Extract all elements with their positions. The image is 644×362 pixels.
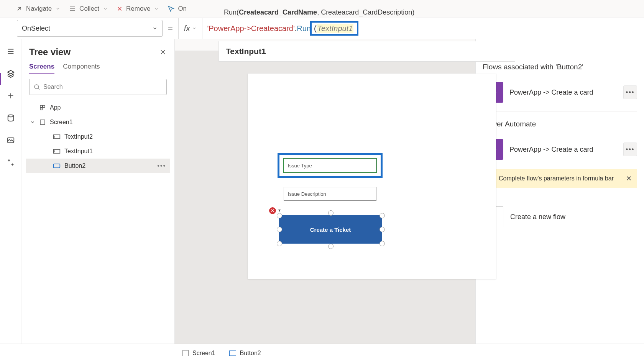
button-icon [53,163,61,169]
warning-close[interactable]: ✕ [626,174,632,183]
canvas-textinput1[interactable]: Issue Type [284,159,376,172]
action-truncated[interactable]: On [167,5,187,13]
selection-handle[interactable] [328,210,334,216]
property-name: OnSelect [22,25,50,33]
fx-button[interactable]: fx [178,18,203,39]
tree-item-more[interactable]: ••• [157,162,166,169]
svg-rect-6 [40,120,45,124]
warning-banner: Complete flow's parameters in formula ba… [483,169,637,188]
insert-button[interactable] [5,90,16,101]
selection-handle[interactable] [277,213,282,218]
rail-active-indicator [0,73,1,85]
textinput2-placeholder: Issue Description [288,191,326,197]
create-new-flow[interactable]: + Create a new flow [483,206,637,227]
data-button[interactable] [5,113,16,123]
error-chevron[interactable]: ▾ [278,208,281,213]
flows-heading: Flows associated with 'Button2' [483,63,637,71]
intellisense-param-active: Createacard_CardName [239,8,317,16]
cursor-icon [167,5,175,13]
formula-token-call: Run [297,24,311,33]
selection-handle[interactable] [380,227,385,232]
list-icon [69,5,76,13]
error-badge[interactable]: ✕ [269,207,276,214]
layers-icon [7,69,15,78]
intellisense-tooltip: Run(Createacard_CardName, Createacard_Ca… [222,7,416,18]
plus-icon [7,92,15,100]
breadcrumb-label: Screen1 [192,350,215,357]
chevron-down-icon [56,7,60,11]
media-button[interactable] [5,135,16,146]
screen-icon [182,350,189,356]
tools-button[interactable] [5,157,16,168]
canvas-area[interactable]: Issue Type Issue Description Create a Ti… [175,51,475,344]
divider [483,111,637,111]
button-icon [229,351,236,356]
flow-name: PowerApp -> Create a card [509,146,593,154]
collect-menu[interactable]: Collect [69,5,108,13]
svg-rect-4 [43,105,45,107]
selection-handle[interactable] [328,244,334,249]
tab-components[interactable]: Components [63,63,100,74]
svg-point-0 [8,115,13,117]
selection-handle[interactable] [277,241,282,246]
automate-heading: Power Automate [483,120,637,128]
canvas-textinput2[interactable]: Issue Description [284,187,376,201]
remove-menu[interactable]: Remove [116,5,159,13]
intellisense-prefix: Run( [224,8,239,16]
selection-handle[interactable] [380,241,385,246]
autocomplete-suggestion[interactable]: TextInput1 [219,41,515,62]
navigate-menu[interactable]: Navigate [15,5,60,13]
formula-input[interactable]: 'PowerApp->Createacard'.Run(TextInput1 [202,18,644,39]
canvas-screen[interactable]: Issue Type Issue Description Create a Ti… [248,74,496,279]
svg-rect-3 [40,105,42,107]
text-caret [354,23,354,33]
flow-more-button[interactable]: ••• [623,85,637,99]
remove-label: Remove [126,5,150,13]
tree-item-textinput1[interactable]: TextInput1 [26,144,170,159]
tree-list: App Screen1 TextInput2 TextInput1 Button… [26,100,170,173]
breadcrumb-screen1[interactable]: Screen1 [182,350,215,357]
tools-icon [7,158,15,167]
associated-flow-item[interactable]: PowerApp -> Create a card ••• [483,78,637,106]
canvas-button2[interactable]: Create a Ticket [279,215,382,244]
close-icon [116,5,123,12]
button2-label: Create a Ticket [310,226,351,233]
formula-token-arg: TextInput1 [317,24,354,33]
textinput-icon [53,134,61,139]
navigate-icon [15,5,23,13]
tree-item-label: TextInput1 [64,148,93,155]
tree-view-title: Tree view [29,47,71,57]
tree-item-screen1[interactable]: Screen1 [26,115,170,129]
tree-item-app[interactable]: App [26,100,170,115]
hamburger-icon [7,47,15,56]
media-icon [7,136,15,144]
breadcrumb-label: Button2 [240,350,261,357]
create-new-flow-label: Create a new flow [510,213,565,221]
chevron-down-icon [103,7,108,11]
tree-view-panel: Tree view Screens Components App Screen1… [21,39,175,344]
breadcrumb-bar: Screen1 Button2 [0,344,644,362]
property-selector[interactable]: OnSelect [17,20,163,37]
database-icon [7,114,15,122]
tree-item-button2[interactable]: Button2 ••• [26,159,170,173]
tab-screens[interactable]: Screens [29,63,54,74]
flow-more-button[interactable]: ••• [623,143,637,156]
svg-point-2 [34,85,39,89]
right-data-panel: Flows associated with 'Button2' PowerApp… [475,39,644,344]
fx-label: fx [184,24,190,33]
breadcrumb-button2[interactable]: Button2 [229,350,261,357]
textinput-icon [53,149,61,154]
available-flow-item[interactable]: PowerApp -> Create a card ••• [483,135,637,164]
hamburger-button[interactable] [5,46,16,57]
tree-search[interactable] [29,79,167,95]
tree-search-input[interactable] [43,84,163,90]
chevron-down-icon [154,7,159,11]
tree-view-button[interactable] [5,68,16,79]
selection-handle[interactable] [380,213,385,218]
tree-item-textinput2[interactable]: TextInput2 [26,129,170,144]
left-rail [0,39,21,344]
tree-item-label: Button2 [64,162,85,169]
close-icon[interactable] [159,48,167,56]
selection-handle[interactable] [277,227,282,232]
formula-token-string: 'PowerApp->Createacard' [207,24,294,33]
